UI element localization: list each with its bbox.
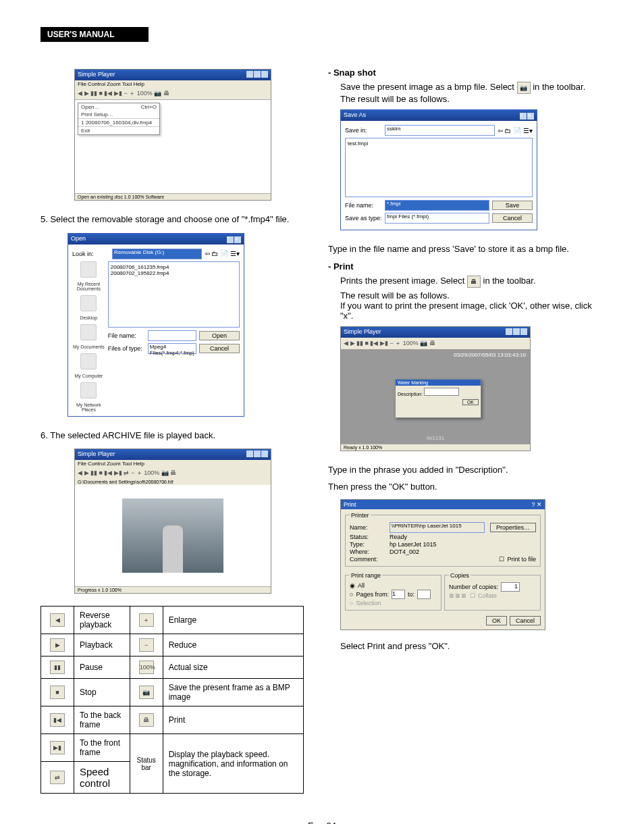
recent-icon[interactable]: [80, 261, 97, 278]
toolbar-icons: ◀ ▶ ▮▮ ■ ▮◀ ▶▮ − ＋ 100% 📷 🖶: [75, 88, 271, 99]
enlarge-icon[interactable]: ＋: [139, 613, 154, 627]
left-column: Simple Player File Control Zoom Tool Hel…: [41, 62, 304, 794]
select-print-text: Select Print and press "OK".: [340, 640, 603, 653]
dialog-title: Open: [71, 235, 86, 243]
watermark-prompt: Water Marking Description: OK: [395, 379, 481, 418]
menu-print-setup[interactable]: Print Setup…: [81, 111, 113, 118]
mydocs-icon[interactable]: [80, 324, 97, 340]
places-bar: My Recent Documents Desktop My Documents…: [72, 261, 105, 412]
lookin-select[interactable]: Removable Disk (G:): [112, 249, 202, 259]
snapshot-heading: - Snap shot: [328, 68, 603, 78]
snapshot-body1: Save the present image as a bmp file. Se…: [340, 82, 603, 94]
menubar: File Control Zoom Tool Help: [75, 80, 271, 88]
right-column: - Snap shot Save the present image as a …: [328, 62, 603, 794]
savein-select[interactable]: sskim: [385, 125, 495, 136]
menu-exit[interactable]: Exit: [81, 128, 90, 134]
stop-icon[interactable]: ■: [50, 686, 65, 699]
print-body2: The result will be as follows.: [340, 290, 603, 301]
collate-checkbox: ☐: [470, 592, 475, 599]
copies-input[interactable]: 1: [501, 582, 520, 592]
print-to-file-checkbox[interactable]: ☐: [499, 556, 504, 563]
camera-icon[interactable]: 📷: [517, 82, 531, 94]
print-screenshot: Simple Player ◀ ▶ ▮▮ ■ ▮◀ ▶▮ − ＋ 100% 📷 …: [340, 326, 531, 451]
reduce-icon[interactable]: −: [139, 638, 154, 652]
print-icon[interactable]: 🖶: [139, 713, 154, 727]
save-filename-input[interactable]: *.fmpi: [385, 200, 489, 211]
window-buttons: [246, 71, 268, 79]
player-screenshot-2: Simple Player File Control Zoom Tool Hel…: [74, 448, 271, 594]
manual-banner: USER'S MANUAL: [41, 27, 149, 42]
prompt-ok-button[interactable]: OK: [462, 399, 479, 405]
controls-table: ◀Reverse playback＋Enlarge ▶Playback−Redu…: [41, 606, 304, 794]
snapshot-icon[interactable]: 📷: [139, 686, 154, 699]
print-instr1: Type in the phrase you added in "Descrip…: [328, 463, 603, 477]
save-filename-label: File name:: [345, 202, 382, 209]
print-body3: If you want to print the present image, …: [340, 301, 603, 321]
open-dialog: Open?✕ Look in: Removable Disk (G:) ⇦ 🗀 …: [68, 233, 244, 417]
desktop-icon[interactable]: [80, 295, 97, 311]
filename-label: File name:: [108, 332, 145, 339]
save-type-label: Save as type:: [345, 215, 382, 222]
back-frame-icon[interactable]: ▮◀: [50, 713, 65, 727]
print-body1: Prints the present image. Select 🖶 in th…: [340, 276, 603, 288]
filename-input[interactable]: [148, 330, 196, 341]
step-6-text: 6. The selected ARCHIVE file is played b…: [41, 429, 304, 442]
reverse-icon[interactable]: ◀: [50, 613, 65, 627]
menu-open[interactable]: Open…: [81, 104, 100, 110]
status-bar-label: Status bar: [130, 734, 163, 794]
player-body: Open…Ctrl+O Print Setup… 1 20080706_1603…: [75, 99, 271, 193]
save-cancel-button[interactable]: Cancel: [492, 213, 533, 223]
video-area: [75, 485, 271, 586]
main-columns: Simple Player File Control Zoom Tool Hel…: [41, 62, 603, 794]
window-titlebar: Simple Player: [75, 70, 271, 80]
front-frame-icon[interactable]: ▶▮: [50, 741, 65, 754]
cancel-button[interactable]: Cancel: [199, 344, 240, 353]
description-input[interactable]: [424, 388, 459, 396]
page-footer: Eng-34: [41, 821, 603, 824]
filetype-select[interactable]: Mpeg4 Files(*.fmp4;*.fmp): [148, 343, 196, 354]
properties-button[interactable]: Properties…: [490, 523, 536, 532]
actual-size-icon[interactable]: 100%: [139, 661, 154, 674]
speed-icon[interactable]: ⇄: [50, 771, 65, 784]
range-selection-radio: ○: [350, 600, 353, 607]
menu-recent[interactable]: 1 20080706_160304,div.fmp4: [81, 120, 152, 126]
step-5-text: 5. Select the removable storage and choo…: [41, 213, 304, 226]
print-cancel-button[interactable]: Cancel: [510, 616, 541, 625]
print-heading: - Print: [328, 261, 603, 272]
range-pages-radio[interactable]: ○: [350, 591, 353, 598]
video-thumb: 03/29/2007/05/03 13:03:43:10 Water Marki…: [341, 349, 530, 444]
file-list[interactable]: 20080706_161235.fmp4 20080702_195822.fmp…: [108, 261, 240, 328]
open-button[interactable]: Open: [199, 331, 240, 340]
save-button[interactable]: Save: [492, 201, 533, 210]
save-instruction: Type in the file name and press 'Save' t…: [328, 242, 603, 256]
printer-icon[interactable]: 🖶: [467, 276, 481, 288]
window-title: Simple Player: [78, 71, 115, 79]
mycomp-icon[interactable]: [80, 353, 97, 369]
printer-name-select[interactable]: \\PRINTER\hp LaserJet 1015: [390, 522, 485, 533]
pause-icon[interactable]: ▮▮: [50, 661, 65, 674]
file-menu-popup: Open…Ctrl+O Print Setup… 1 20080706_1603…: [78, 103, 160, 135]
path-field: G:\Documents and Settings\soft\20080706.…: [75, 479, 271, 485]
play-icon[interactable]: ▶: [50, 638, 65, 652]
range-all-radio[interactable]: ◉: [350, 582, 355, 589]
lookin-label: Look in:: [72, 251, 109, 257]
save-type-select[interactable]: fmpi Files (*.fmpi): [385, 213, 489, 224]
save-file-list[interactable]: test.fmpi: [345, 138, 533, 197]
savein-label: Save in:: [345, 127, 382, 134]
mynet-icon[interactable]: [80, 382, 97, 398]
print-instr2: Then press the "OK" button.: [328, 480, 603, 494]
print-dialog: Print? ✕ Printer Name:\\PRINTER\hp Laser…: [340, 499, 545, 630]
snapshot-body2: The result will be as follows.: [340, 94, 603, 104]
save-as-dialog: Save As?✕ Save in: sskim ⇦ 🗀 📄 ☰▾ test.f…: [340, 109, 537, 230]
filetype-label: Files of type:: [108, 345, 145, 352]
status-line: Open an existing disc 1.0 100% Software: [75, 193, 271, 200]
player-screenshot-1: Simple Player File Control Zoom Tool Hel…: [74, 69, 271, 201]
print-ok-button[interactable]: OK: [486, 616, 507, 625]
